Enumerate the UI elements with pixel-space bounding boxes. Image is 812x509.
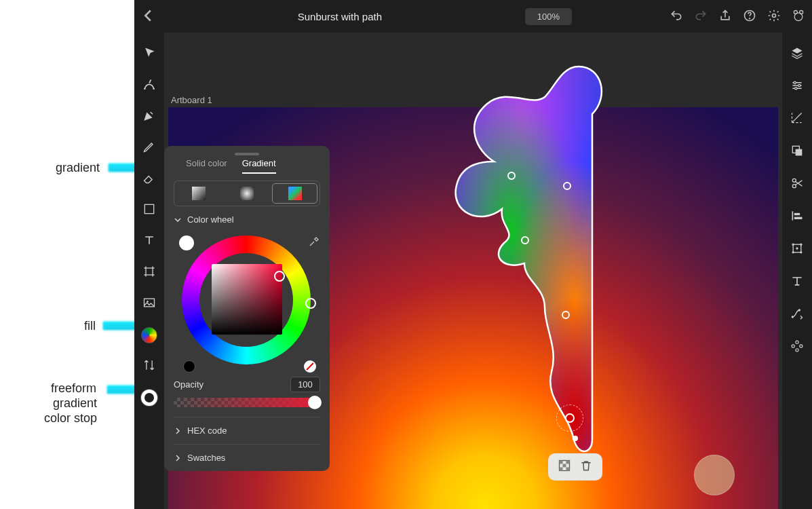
callout-fill-label: fill — [84, 319, 96, 333]
color-wheel-section-header[interactable]: Color wheel — [174, 214, 320, 225]
svg-rect-40 — [560, 461, 563, 464]
place-image-tool[interactable] — [142, 296, 156, 312]
shape-tool[interactable] — [142, 202, 156, 219]
swatches-section-header[interactable]: Swatches — [174, 444, 320, 471]
svg-point-29 — [796, 341, 798, 343]
top-bar: Sunburst with path 100% — [134, 0, 812, 33]
svg-rect-8 — [144, 204, 153, 213]
svg-rect-19 — [794, 213, 800, 215]
svg-point-24 — [792, 251, 794, 253]
svg-rect-9 — [146, 268, 153, 275]
svg-rect-34 — [426, 60, 616, 467]
align-panel-icon[interactable] — [790, 209, 804, 225]
none-swatch[interactable] — [304, 360, 316, 373]
undo-button[interactable] — [670, 9, 683, 24]
redo-button[interactable] — [694, 9, 708, 24]
svg-point-13 — [798, 84, 800, 86]
freeform-gradient-type[interactable] — [273, 184, 317, 203]
properties-panel-icon[interactable] — [790, 79, 804, 95]
gradient-type-selector — [174, 181, 320, 206]
selected-color-stop[interactable] — [556, 404, 583, 432]
repeat-panel-icon[interactable] — [790, 339, 804, 356]
stroke-color[interactable] — [141, 390, 157, 406]
eyedropper-button[interactable] — [308, 235, 320, 248]
share-button[interactable] — [718, 9, 732, 24]
svg-rect-35 — [426, 60, 616, 467]
svg-point-30 — [796, 349, 798, 352]
svg-rect-38 — [426, 60, 616, 467]
delete-stop-button[interactable] — [579, 459, 593, 475]
pencil-tool[interactable] — [142, 140, 156, 156]
svg-point-25 — [800, 251, 802, 253]
svg-point-2 — [773, 14, 776, 17]
precision-panel-icon[interactable] — [790, 111, 804, 128]
teddy-button[interactable] — [792, 9, 805, 24]
color-stop-marker[interactable] — [563, 182, 571, 190]
saturation-brightness-square[interactable] — [212, 264, 282, 335]
svg-rect-43 — [560, 468, 563, 471]
combine-panel-icon[interactable] — [790, 144, 804, 160]
type-panel-icon[interactable] — [790, 274, 804, 290]
color-stop-marker[interactable] — [521, 236, 529, 244]
fill-color[interactable] — [141, 327, 157, 343]
panel-drag-handle[interactable] — [235, 153, 259, 155]
opacity-label: Opacity — [174, 379, 204, 390]
touch-shortcut[interactable] — [694, 455, 735, 495]
transparency-button[interactable] — [558, 459, 571, 475]
freeform-gradient-shape[interactable] — [426, 60, 616, 467]
color-stop-marker[interactable] — [507, 172, 516, 180]
svg-rect-37 — [426, 60, 616, 467]
app-window: Sunburst with path 100% — [134, 0, 812, 509]
svg-point-1 — [749, 18, 750, 19]
selection-tool[interactable] — [142, 46, 156, 62]
svg-point-6 — [144, 88, 146, 90]
black-swatch[interactable] — [183, 360, 195, 373]
settings-button[interactable] — [767, 9, 781, 24]
svg-rect-41 — [566, 461, 570, 464]
layers-panel-icon[interactable] — [790, 46, 804, 62]
opacity-value[interactable]: 100 — [290, 377, 320, 392]
path-panel-icon[interactable] — [790, 307, 804, 323]
linear-gradient-type[interactable] — [177, 184, 221, 203]
document-title: Sunburst with path — [164, 11, 516, 22]
help-button[interactable] — [743, 9, 756, 24]
color-panel: Solid color Gradient Color wheel Opacit — [164, 146, 330, 471]
selected-color-stop-handle[interactable] — [565, 413, 575, 423]
tab-gradient[interactable]: Gradient — [242, 158, 276, 174]
transform-panel-icon[interactable] — [790, 242, 804, 258]
swap-fill-stroke[interactable] — [142, 358, 156, 375]
color-stop-context-bar — [548, 453, 602, 480]
svg-point-5 — [794, 12, 803, 20]
artboard-label: Artboard 1 — [171, 95, 212, 105]
white-swatch[interactable] — [179, 235, 194, 250]
spread-handle[interactable] — [573, 436, 578, 441]
opacity-slider-thumb[interactable] — [308, 396, 322, 409]
type-tool[interactable] — [142, 233, 156, 250]
hex-label: HEX code — [187, 426, 227, 436]
sb-cursor[interactable] — [274, 271, 285, 282]
callout-gradient-label: gradient — [56, 161, 100, 175]
direct-selection-tool[interactable] — [142, 77, 156, 94]
tab-solid-color[interactable]: Solid color — [186, 158, 227, 174]
svg-rect-33 — [426, 60, 616, 467]
svg-rect-42 — [563, 464, 566, 468]
opacity-slider[interactable] — [174, 398, 320, 407]
svg-point-7 — [153, 88, 155, 90]
svg-point-28 — [798, 309, 800, 311]
svg-point-12 — [794, 81, 796, 83]
hex-section-header[interactable]: HEX code — [174, 417, 320, 444]
eraser-tool[interactable] — [142, 171, 156, 187]
svg-point-14 — [795, 88, 797, 90]
scissors-icon[interactable] — [790, 176, 804, 193]
color-stop-marker[interactable] — [562, 311, 570, 319]
pen-tool[interactable] — [142, 109, 156, 125]
zoom-level[interactable]: 100% — [525, 8, 572, 25]
hue-cursor[interactable] — [305, 298, 316, 309]
radial-gradient-type[interactable] — [225, 184, 269, 203]
swatches-label: Swatches — [187, 453, 225, 463]
back-button[interactable] — [141, 9, 155, 24]
svg-point-22 — [792, 244, 794, 246]
callout-freeform-label-3: color stop — [44, 411, 97, 426]
callout-freeform-label-1: freeform — [51, 381, 96, 396]
artboard-tool[interactable] — [142, 265, 156, 281]
